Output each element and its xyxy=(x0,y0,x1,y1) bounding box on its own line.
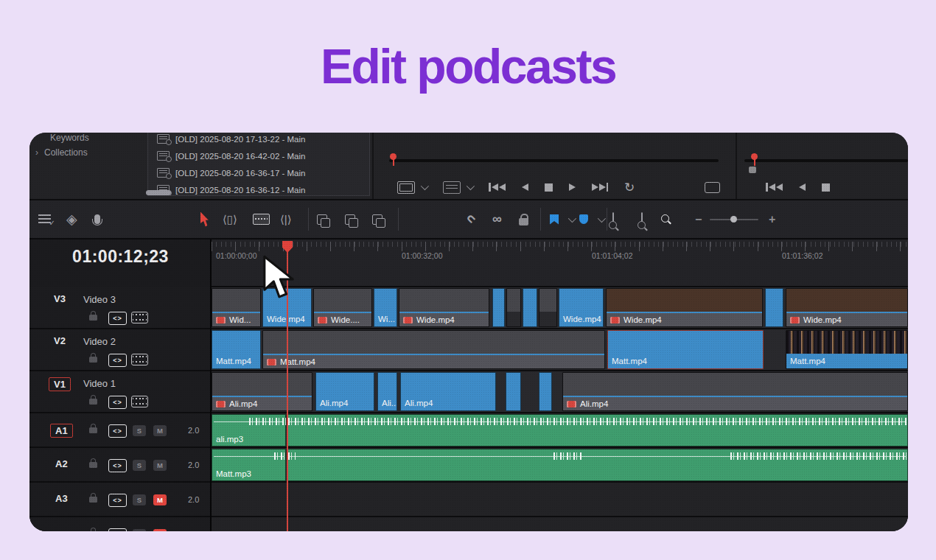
auto-select-icon[interactable]: <> xyxy=(108,396,127,409)
clip-segment[interactable] xyxy=(765,288,783,327)
viewer-scrub-bar[interactable] xyxy=(744,159,908,162)
stop-button[interactable] xyxy=(822,183,830,192)
media-pool-timeline-item[interactable]: [OLD] 2025-08-20 16-36-12 - Main xyxy=(148,181,369,196)
track-lane[interactable]: ali.mp3 xyxy=(212,413,908,448)
clip-Wide.mp4[interactable]: Wide.mp4 xyxy=(786,288,908,327)
flag-icon[interactable] xyxy=(550,200,559,238)
track-id-v3[interactable]: V3 xyxy=(54,293,66,304)
auto-select-icon[interactable]: <> xyxy=(108,354,127,367)
clip-Ali.mp4[interactable]: Ali.mp4 xyxy=(212,372,312,411)
marker-chevron-icon[interactable] xyxy=(598,214,606,222)
track-lane[interactable]: Wid...Wide.mp4Wide....Wi...Wide.mp4Wide.… xyxy=(212,287,908,329)
clip-segment[interactable] xyxy=(287,449,908,481)
clip-Wide.mp4[interactable]: Wide.mp4 xyxy=(559,288,604,327)
clip-Wide....[interactable]: Wide.... xyxy=(313,288,372,327)
sidebar-item-collections[interactable]: › Collections xyxy=(35,147,88,158)
filmstrip-enable-icon[interactable] xyxy=(131,312,148,323)
lock-icon[interactable] xyxy=(89,497,97,503)
clip-segment[interactable] xyxy=(539,288,557,327)
clip-Wi...[interactable]: Wi... xyxy=(374,288,397,327)
filmstrip-enable-icon[interactable] xyxy=(131,354,148,365)
viewer-playhead-pin[interactable] xyxy=(390,153,397,160)
timeline-view-options-icon[interactable] xyxy=(38,200,51,238)
overwrite-clip-button[interactable] xyxy=(345,200,355,238)
filmstrip-enable-icon[interactable] xyxy=(131,396,148,407)
stop-button[interactable] xyxy=(545,183,553,192)
viewer-resize-icon[interactable] xyxy=(705,182,720,193)
go-to-first-frame-button[interactable] xyxy=(766,183,783,192)
mute-button[interactable]: M xyxy=(153,494,167,505)
voiceover-mic-icon[interactable] xyxy=(94,200,100,238)
insert-clip-button[interactable] xyxy=(317,200,327,238)
trim-edit-mode-tool[interactable]: ⟨▯⟩ xyxy=(223,200,237,238)
clip-segment[interactable] xyxy=(539,372,552,411)
auto-select-icon[interactable]: <> xyxy=(108,424,127,438)
go-to-first-frame-button[interactable] xyxy=(489,183,506,192)
clip-Wide.mp4[interactable]: Wide.mp4 xyxy=(606,288,763,327)
snapping-magnet-icon[interactable]: ∪ xyxy=(467,200,476,238)
zoom-out-minus[interactable]: − xyxy=(695,200,702,238)
clip-Matt.mp3[interactable]: Matt.mp3 xyxy=(212,449,286,481)
timeline-select-icon[interactable] xyxy=(443,181,472,194)
track-id-a3[interactable]: A3 xyxy=(55,493,68,504)
auto-select-icon[interactable]: <> xyxy=(108,312,127,325)
step-back-button[interactable] xyxy=(799,183,806,191)
lock-icon[interactable] xyxy=(89,462,97,468)
mute-button[interactable]: M xyxy=(153,529,167,531)
flag-chevron-icon[interactable] xyxy=(568,214,576,222)
auto-select-icon[interactable]: <> xyxy=(108,459,127,472)
chevron-down-icon[interactable] xyxy=(467,182,475,190)
clip-ali.mp3[interactable]: ali.mp3 xyxy=(212,414,286,447)
solo-button[interactable]: S xyxy=(133,494,146,505)
viewer-playhead-pin[interactable] xyxy=(751,153,758,160)
dynamic-trim-mode-tool[interactable]: ⟨|⟩ xyxy=(280,200,292,238)
solo-button[interactable]: S xyxy=(133,529,146,531)
clip-Matt.mp4[interactable]: Matt.mp4 xyxy=(262,330,605,369)
solo-button[interactable]: S xyxy=(133,460,146,471)
zoom-full-extent-icon[interactable] xyxy=(612,200,614,238)
track-id-a2[interactable]: A2 xyxy=(55,458,68,469)
lock-icon[interactable] xyxy=(89,315,97,321)
flag-chevron-icon[interactable] xyxy=(563,200,574,238)
viewer-jog-knob[interactable] xyxy=(749,167,756,173)
razor-edit-mode-tool[interactable] xyxy=(253,200,270,238)
clip-segment[interactable] xyxy=(523,288,537,327)
clip-Matt.mp4[interactable]: Matt.mp4 xyxy=(786,330,908,369)
timeline-ruler[interactable]: 01:00:00;0001:00:32;0001:01:04;0201:01:3… xyxy=(212,239,908,287)
media-pool-timeline-item[interactable]: [OLD] 2025-08-20 16-42-02 - Main xyxy=(148,147,369,164)
sidebar-item-keywords[interactable]: Keywords xyxy=(50,133,89,143)
clip-Ali...[interactable]: Ali... xyxy=(377,372,397,411)
clip-Matt.mp4[interactable]: Matt.mp4 xyxy=(212,330,261,369)
track-lane[interactable]: Ali.mp4Ali.mp4Ali...Ali.mp4Ali.mp4 xyxy=(212,371,908,413)
solo-button[interactable]: S xyxy=(133,425,146,436)
position-lock-icon[interactable] xyxy=(519,200,528,238)
track-id-v1[interactable]: V1 xyxy=(49,377,71,391)
clip-Wid...[interactable]: Wid... xyxy=(212,288,261,327)
horizontal-scrollbar[interactable] xyxy=(146,190,171,195)
play-button[interactable] xyxy=(569,183,576,191)
mute-button[interactable]: M xyxy=(153,425,167,436)
marker-chevron-icon[interactable] xyxy=(593,200,604,238)
track-lane[interactable] xyxy=(212,483,908,517)
marker-icon[interactable] xyxy=(579,200,588,238)
source-clip-icon[interactable] xyxy=(397,181,427,194)
effects-icon[interactable]: ◈ xyxy=(66,200,77,238)
zoom-slider-track[interactable] xyxy=(710,219,758,220)
mute-button[interactable]: M xyxy=(153,460,167,471)
clip-segment[interactable] xyxy=(506,288,521,327)
zoom-in-plus[interactable]: + xyxy=(769,200,775,238)
auto-select-icon[interactable]: <> xyxy=(108,528,127,531)
track-id-v2[interactable]: V2 xyxy=(54,335,66,346)
track-lane[interactable]: Matt.mp4Matt.mp4Matt.mp4Matt.mp4 xyxy=(212,329,908,371)
step-back-button[interactable] xyxy=(522,183,528,191)
lock-icon[interactable] xyxy=(89,357,97,363)
clip-segment[interactable] xyxy=(492,288,505,327)
zoom-slider-knob[interactable] xyxy=(730,216,737,223)
zoom-detail-icon[interactable] xyxy=(641,200,643,238)
lock-icon[interactable] xyxy=(89,427,97,433)
track-id-a1[interactable]: A1 xyxy=(50,424,73,438)
linked-selection-icon[interactable]: ∞ xyxy=(492,200,502,238)
clip-Matt.mp4[interactable]: Matt.mp4 xyxy=(607,330,764,369)
clip-segment[interactable] xyxy=(287,414,908,447)
chevron-down-icon[interactable] xyxy=(421,182,429,190)
